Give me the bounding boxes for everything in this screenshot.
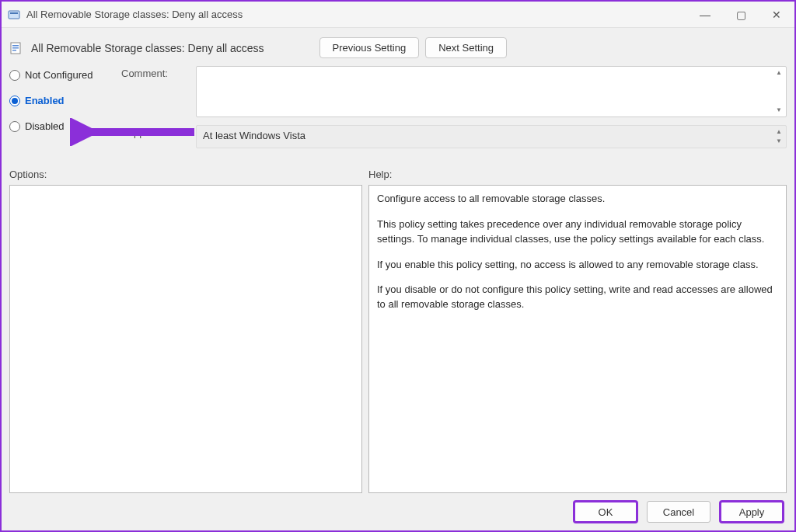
minimize-button[interactable]: — (687, 2, 723, 27)
options-panel (9, 185, 362, 493)
title-bar: All Removable Storage classes: Deny all … (2, 2, 794, 28)
radio-disabled[interactable]: Disabled (9, 120, 109, 132)
maximize-button[interactable]: ▢ (723, 2, 759, 27)
radio-label: Disabled (25, 120, 65, 132)
next-setting-button[interactable]: Next Setting (425, 37, 507, 58)
window-title: All Removable Storage classes: Deny all … (26, 9, 687, 20)
radio-not-configured[interactable]: Not Configured (9, 69, 109, 81)
scroll-down-icon[interactable]: ▼ (773, 137, 784, 146)
svg-rect-5 (12, 50, 16, 51)
supported-on-field: At least Windows Vista ▲ ▼ (196, 125, 787, 148)
supported-label: Supported on: (121, 125, 188, 138)
close-button[interactable]: ✕ (759, 2, 794, 27)
window-controls: — ▢ ✕ (687, 2, 794, 27)
supported-scroll: ▲ ▼ (773, 127, 784, 146)
radio-label: Not Configured (25, 69, 93, 81)
radio-icon (9, 70, 20, 81)
scroll-up-icon[interactable]: ▲ (773, 68, 784, 78)
apply-button[interactable]: Apply (720, 501, 784, 523)
radio-icon (9, 96, 20, 106)
scroll-up-icon[interactable]: ▲ (773, 127, 784, 137)
comment-input[interactable]: ▲ ▼ (196, 66, 787, 117)
cancel-button[interactable]: Cancel (647, 501, 710, 523)
radio-icon (9, 121, 20, 132)
radio-label: Enabled (25, 95, 65, 106)
document-icon (9, 41, 23, 55)
help-paragraph: If you disable or do not configure this … (377, 283, 778, 312)
help-label: Help: (368, 169, 392, 180)
config-block: Not Configured Enabled Disabled Comment:… (8, 66, 788, 153)
svg-rect-1 (10, 12, 18, 14)
help-paragraph: Configure access to all removable storag… (377, 192, 778, 207)
footer: OK Cancel Apply (8, 493, 788, 530)
policy-name: All Removable Storage classes: Deny all … (31, 42, 264, 54)
comment-scroll: ▲ ▼ (773, 68, 784, 115)
header-row: All Removable Storage classes: Deny all … (8, 34, 788, 66)
radio-enabled[interactable]: Enabled (9, 95, 109, 106)
svg-rect-0 (9, 11, 19, 19)
supported-on-value: At least Windows Vista (203, 130, 305, 141)
policy-icon (8, 9, 20, 21)
previous-setting-button[interactable]: Previous Setting (319, 37, 420, 58)
client-area: All Removable Storage classes: Deny all … (2, 28, 794, 530)
svg-rect-3 (12, 45, 19, 47)
help-panel: Configure access to all removable storag… (368, 185, 787, 493)
options-label: Options: (9, 169, 362, 180)
ok-button[interactable]: OK (574, 501, 637, 523)
state-radio-group: Not Configured Enabled Disabled (9, 66, 109, 148)
help-paragraph: If you enable this policy setting, no ac… (377, 258, 778, 273)
scroll-down-icon[interactable]: ▼ (773, 106, 784, 115)
help-paragraph: This policy setting takes precedence ove… (377, 217, 778, 247)
svg-rect-4 (12, 47, 19, 49)
comment-label: Comment: (121, 66, 188, 79)
